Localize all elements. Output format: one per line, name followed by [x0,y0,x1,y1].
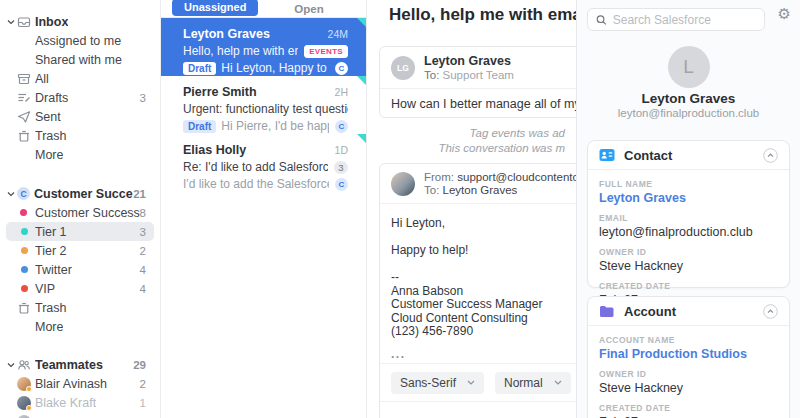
field-label: EMAIL [599,213,778,223]
sidebar-section-label: Inbox [35,15,68,29]
trash-icon [17,301,31,315]
quoted-text-toggle[interactable]: ... [391,348,576,362]
event-line: This conversation was m [368,141,565,156]
unread-indicator [357,76,366,85]
channel-badge: C [335,62,348,75]
conversation-events: Tag events was ad This conversation was … [368,126,565,156]
sidebar-item-team-trash[interactable]: Trash [0,298,160,317]
folder-icon [599,303,615,319]
conversation-item-elias-holly[interactable]: Elias Holly 1D Re: I'd like to add Sales… [161,134,366,192]
app-window: Inbox Assigned to me Shared with me All … [0,0,800,418]
message-collapsed[interactable]: LG Leyton Graves To: Support Team How ca… [379,46,576,118]
sidebar-item-drafts[interactable]: Drafts 3 [0,88,160,107]
collapse-card-button[interactable] [763,304,778,319]
unread-indicator [357,134,366,143]
sidebar-item-all[interactable]: All [0,69,160,88]
tag-dot-icon [17,285,31,292]
sidebar-item-shared-with-me[interactable]: Shared with me [0,50,160,69]
channel-badge: C [335,178,348,191]
settings-gear-icon[interactable]: ⚙ [778,5,791,23]
sender-avatar [391,172,415,196]
sidebar-item-team-more[interactable]: More [0,317,160,336]
compose-format-toolbar: Sans-Serif Normal A [380,363,576,402]
sender-name: Leyton Graves [424,54,514,68]
field-label: CREATED DATE [599,403,778,413]
salesforce-search[interactable] [587,8,765,31]
chevron-up-circle-icon [763,148,778,163]
trash-icon [17,129,31,143]
events-tag-badge: EVENTS [304,45,348,58]
conversation-item-leyton-graves[interactable]: Leyton Graves 24M Hello, help me with em… [161,18,366,76]
font-size-dropdown[interactable]: Normal [495,372,571,394]
unread-indicator [357,18,366,27]
conversation-tabs: Unassigned Open All [161,0,366,18]
field-value: leyton@finalproduction.club [599,225,778,239]
message-preview: How can I better manage all of my emails… [380,89,576,119]
contact-avatar: L [668,46,710,88]
contact-card-icon [599,147,615,163]
teammate-avatar [17,415,31,418]
sidebar-item-sent[interactable]: Sent [0,107,160,126]
field-label: OWNER ID [599,369,778,379]
teammate-avatar [17,396,31,410]
tab-open[interactable]: Open [294,3,323,15]
sidebar-item-twitter[interactable]: Twitter 4 [0,260,160,279]
tag-dot-icon [17,209,31,216]
tag-dot-icon [17,228,31,235]
team-channel-icon: C [17,187,30,200]
message-expanded: From: support@cloudcontentconsul To: Ley… [379,163,576,418]
field-label: CREATED DATE [599,281,778,291]
details-panel: ⚙ L Leyton Graves leyton@finalproduction… [576,0,800,418]
search-input[interactable] [613,13,756,27]
conversation-list: Unassigned Open All Leyton Graves 24M He… [160,0,367,418]
sidebar-item-customer-success[interactable]: Customer Success 8 [0,203,160,222]
sidebar-item-blake-kraft[interactable]: Blake Kraft 1 [0,393,160,412]
sidebar-item-assigned-to-me[interactable]: Assigned to me [0,31,160,50]
contact-card: Contact FULL NAMELeyton Graves EMAILleyt… [587,140,790,288]
teammate-avatar [17,377,31,391]
left-sidebar: Inbox Assigned to me Shared with me All … [0,0,160,418]
chevron-up-circle-icon [763,304,778,319]
drafts-icon [17,91,31,105]
sidebar-section-teammates[interactable]: Teammates 29 [0,355,160,374]
account-card: Account ACCOUNT NAMEFinal Production Stu… [587,296,790,418]
collapse-card-button[interactable] [763,148,778,163]
chevron-down-icon [7,190,15,198]
archive-icon [17,72,31,86]
sidebar-item-vip[interactable]: VIP 4 [0,279,160,298]
teammates-icon [17,358,31,372]
contact-email: leyton@finalproduction.club [577,107,800,119]
field-value-link[interactable]: Final Production Studios [599,347,778,361]
thread-title: Hello, help me with email co [389,5,576,25]
inbox-icon [17,15,31,29]
message-body: Hi Leyton, Happy to help! -- Anna Babson… [380,204,576,363]
draft-badge: Draft [183,62,216,75]
status-dot [26,405,32,411]
field-label: OWNER ID [599,247,778,257]
chevron-down-icon [554,380,562,385]
contact-name: Leyton Graves [577,91,800,106]
sidebar-item-trash[interactable]: Trash [0,126,160,145]
conversation-item-pierre-smith[interactable]: Pierre Smith 2H Urgent: functionality te… [161,76,366,134]
sidebar-section-inbox[interactable]: Inbox [0,12,160,31]
field-label: ACCOUNT NAME [599,335,778,345]
tab-unassigned[interactable]: Unassigned [172,0,258,16]
field-value: Steve Hackney [599,381,778,395]
chevron-down-icon [7,361,15,369]
search-icon [596,14,607,26]
sidebar-item-blair-avinash[interactable]: Blair Avinash 2 [0,374,160,393]
message-count-badge: 3 [334,161,348,174]
draft-badge: Draft [183,120,216,133]
teammate-row-partial[interactable] [0,412,160,418]
sidebar-item-tier-2[interactable]: Tier 2 2 [0,241,160,260]
field-value-link[interactable]: Leyton Graves [599,191,778,205]
avatar: LG [391,56,415,80]
event-line: Tag events was ad [368,126,565,141]
field-value: Steve Hackney [599,259,778,273]
sidebar-section-customer-success[interactable]: C Customer Success 21 [0,184,160,203]
font-family-dropdown[interactable]: Sans-Serif [391,372,484,394]
sidebar-item-tier-1[interactable]: Tier 1 3 [6,222,154,241]
status-dot [26,386,32,392]
chevron-down-icon [7,18,15,26]
sidebar-item-more[interactable]: More [0,145,160,164]
